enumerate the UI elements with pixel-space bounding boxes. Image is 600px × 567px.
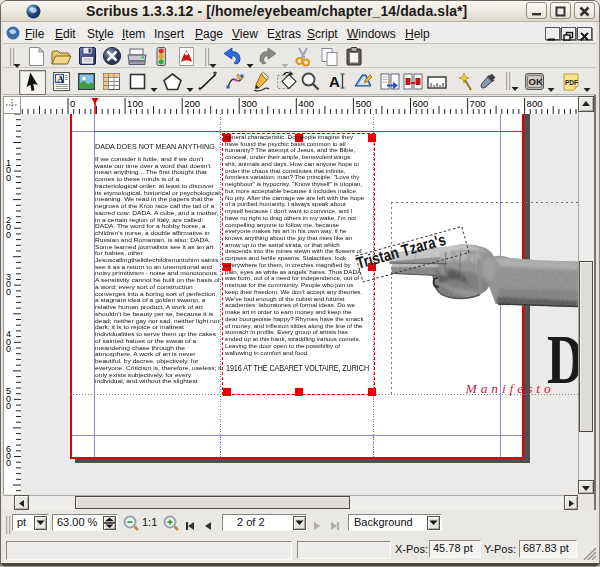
svg-text:700: 700 (470, 98, 486, 109)
svg-text:OK: OK (529, 76, 543, 87)
svg-text:0: 0 (70, 98, 75, 109)
svg-text:0: 0 (6, 287, 11, 297)
svg-text:0: 0 (6, 401, 11, 411)
svg-text:300: 300 (241, 98, 257, 109)
svg-text:0: 0 (6, 344, 11, 354)
svg-text:0: 0 (6, 173, 11, 183)
svg-text:A: A (329, 73, 340, 90)
svg-text:0: 0 (6, 458, 11, 468)
svg-text:100: 100 (127, 98, 143, 109)
svg-text:400: 400 (298, 98, 314, 109)
svg-text:600: 600 (413, 98, 429, 109)
svg-text:200: 200 (184, 98, 200, 109)
svg-text:A: A (57, 74, 64, 84)
svg-text:800: 800 (527, 98, 543, 109)
svg-text:PDF: PDF (565, 79, 578, 86)
svg-text:500: 500 (355, 98, 371, 109)
svg-text:0: 0 (6, 230, 11, 240)
